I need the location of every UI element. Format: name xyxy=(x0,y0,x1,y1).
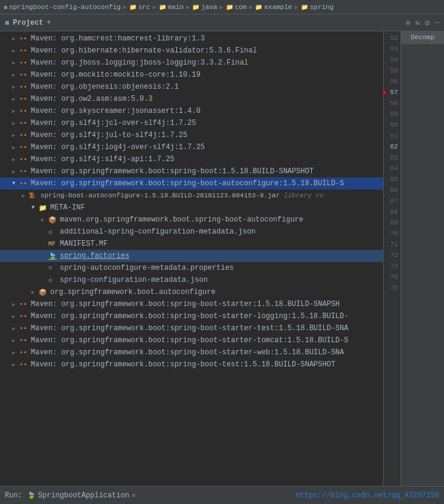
breadcrumb-project[interactable]: ◼ springboot-config-autoconfig xyxy=(4,4,121,11)
run-close-icon[interactable]: ✕ xyxy=(132,491,136,499)
tree-arrow-expanded: ▼ xyxy=(12,180,19,187)
breadcrumb-src[interactable]: 📁 src xyxy=(129,4,150,11)
tree-arrow: ▶ xyxy=(12,156,19,163)
tree-item-jar[interactable]: ▶ 🗜 spring-boot-autoconfigure-1.5.18.BUI… xyxy=(0,190,383,202)
right-panel: Decomp xyxy=(401,31,444,486)
tree-label: Maven: org.mockito:mockito-core:1.10.19 xyxy=(31,71,201,79)
tree-item-jul[interactable]: ▶ ▪▪ Maven: org.slf4j:jul-to-slf4j:1.7.2… xyxy=(0,129,383,141)
tree-arrow: ▶ xyxy=(12,362,19,368)
tree-item-configuration-metadata[interactable]: ▶ ⚙ spring-configuration-metadata.json xyxy=(0,274,383,286)
maven-icon: ▪▪ xyxy=(19,349,29,356)
breadcrumb-spring[interactable]: 📁 spring xyxy=(301,4,334,11)
collapse-all-icon[interactable]: ⇆ xyxy=(416,18,420,28)
line-num: 66 xyxy=(384,185,398,196)
tree-arrow: ▶ xyxy=(12,313,19,320)
line-num: 61 xyxy=(384,130,398,141)
tree-arrow: ▶ xyxy=(12,96,19,103)
run-app[interactable]: 🍃 SpringbootApplication ✕ xyxy=(27,491,136,500)
tree-item-hamcrest[interactable]: ▶ ▪▪ Maven: org.hamcrest:hamcrest-librar… xyxy=(0,33,383,45)
line-num: 69 xyxy=(384,217,398,228)
tree-label: spring-autoconfigure-metadata.properties xyxy=(60,264,234,272)
tree-item-log4j[interactable]: ▶ ▪▪ Maven: org.slf4j:log4j-over-slf4j:1… xyxy=(0,141,383,153)
run-app-icon: 🍃 xyxy=(27,491,36,499)
breadcrumb-com-label: com xyxy=(235,4,247,11)
tree-item-additional-json[interactable]: ▶ ⚙ additional-spring-configuration-meta… xyxy=(0,226,383,238)
tree-arrow: ▶ xyxy=(12,48,19,54)
maven-icon: ▪▪ xyxy=(19,301,29,308)
settings-icon[interactable]: ⚙ xyxy=(425,18,430,28)
line-num: 63 xyxy=(384,152,398,163)
breadcrumb-main[interactable]: 📁 main xyxy=(159,4,184,11)
tree-item-mockito[interactable]: ▶ ▪▪ Maven: org.mockito:mockito-core:1.1… xyxy=(0,69,383,81)
tree-item-starter[interactable]: ▶ ▪▪ Maven: org.springframework.boot:spr… xyxy=(0,298,383,310)
tree-arrow: ▶ xyxy=(12,337,19,344)
tree-label: Maven: org.springframework.boot:spring-b… xyxy=(31,360,335,369)
tree-item-spring-boot-test[interactable]: ▶ ▪▪ Maven: org.springframework.boot:spr… xyxy=(0,359,383,371)
breadcrumb-src-label: src xyxy=(138,4,150,11)
folder-icon: 📁 xyxy=(301,4,308,11)
tree-item-spring-boot[interactable]: ▶ ▪▪ Maven: org.springframework.boot:spr… xyxy=(0,165,383,177)
decomp-tab[interactable]: Decomp xyxy=(401,31,444,44)
run-bar: Run: 🍃 SpringbootApplication ✕ https://b… xyxy=(0,486,444,504)
folder-icon: 📁 xyxy=(192,4,199,11)
tree-label: Maven: org.slf4j:jul-to-slf4j:1.7.25 xyxy=(31,131,187,139)
breadcrumb-example[interactable]: 📁 example xyxy=(255,4,292,11)
tree-label: Maven: org.springframework.boot:spring-b… xyxy=(31,312,349,321)
locate-icon[interactable]: ⊕ xyxy=(406,18,411,28)
tree-item-meta-inf[interactable]: ▼ 📁 META-INF xyxy=(0,202,383,214)
tree-label: additional-spring-configuration-metadata… xyxy=(60,228,256,236)
tree-item-slf4j[interactable]: ▶ ▪▪ Maven: org.slf4j:slf4j-api:1.7.25 xyxy=(0,153,383,165)
line-num: 68 xyxy=(384,206,398,217)
tree-item-maven-pkg[interactable]: ▶ 📦 maven.org.springframework.boot.sprin… xyxy=(0,214,383,226)
decomp-label: Decomp xyxy=(411,34,435,41)
tree-item-jcl[interactable]: ▶ ▪▪ Maven: org.slf4j:jcl-over-slf4j:1.7… xyxy=(0,117,383,129)
line-num: 72 xyxy=(384,250,398,261)
tree-item-hibernate[interactable]: ▶ ▪▪ Maven: org.hibernate:hibernate-vali… xyxy=(0,45,383,57)
tree-item-manifest[interactable]: ▶ MF MANIFEST.MF xyxy=(0,238,383,250)
breadcrumb-example-label: example xyxy=(264,4,292,11)
breadcrumb-java[interactable]: 📁 java xyxy=(192,4,217,11)
tree-item-spring-boot-autoconfig[interactable]: ▼ ▪▪ Maven: org.springframework.boot:spr… xyxy=(0,177,383,190)
line-num: 71 xyxy=(384,239,398,250)
main-layout: ▶ ▪▪ Maven: org.hamcrest:hamcrest-librar… xyxy=(0,31,444,486)
maven-icon: ▪▪ xyxy=(19,337,29,344)
tree-item-starter-test[interactable]: ▶ ▪▪ Maven: org.springframework.boot:spr… xyxy=(0,322,383,334)
tree-label: Maven: org.slf4j:slf4j-api:1.7.25 xyxy=(31,155,175,164)
tree-arrow: ▶ xyxy=(12,144,19,151)
tree-item-objenesis[interactable]: ▶ ▪▪ Maven: org.objenesis:objenesis:2.1 xyxy=(0,81,383,93)
run-app-name: SpringbootApplication xyxy=(38,491,129,500)
breadcrumb-com[interactable]: 📁 com xyxy=(226,4,247,11)
maven-icon: ▪▪ xyxy=(19,132,29,139)
tree-item-spring-factories[interactable]: ▶ 🍃 spring.factories xyxy=(0,250,383,262)
tree-item-jboss[interactable]: ▶ ▪▪ Maven: org.jboss.logging:jboss-logg… xyxy=(0,57,383,69)
tree-arrow: ▶ xyxy=(12,132,19,139)
tree-label: Maven: org.hibernate:hibernate-validator… xyxy=(31,46,257,55)
tree-item-jsonassert[interactable]: ▶ ▪▪ Maven: org.skyscreamer:jsonassert:1… xyxy=(0,105,383,117)
run-url[interactable]: https://blog.csdn.net/qq_43207259 xyxy=(295,491,439,500)
maven-icon: ▪▪ xyxy=(19,180,29,187)
tree-item-asm[interactable]: ▶ ▪▪ Maven: org.ow2.asm:asm:5.0.3 xyxy=(0,93,383,105)
maven-icon: ▪▪ xyxy=(19,83,29,91)
tree-item-autoconfigure-metadata[interactable]: ▶ ≡ spring-autoconfigure-metadata.proper… xyxy=(0,262,383,274)
line-num: 54 xyxy=(384,54,398,65)
tree-item-starter-logging[interactable]: ▶ ▪▪ Maven: org.springframework.boot:spr… xyxy=(0,310,383,322)
folder-icon: 📁 xyxy=(159,4,166,11)
maven-icon: ▪▪ xyxy=(19,156,29,163)
tree-arrow: ▶ xyxy=(12,120,19,127)
minimize-icon[interactable]: — xyxy=(434,18,439,27)
tree-item-autoconfigure-pkg[interactable]: ▶ 📦 org.springframework.boot.autoconfigu… xyxy=(0,286,383,298)
folder-icon: 📁 xyxy=(129,4,137,11)
breadcrumb-java-label: java xyxy=(201,4,217,11)
package-icon: 📦 xyxy=(39,289,48,296)
tree-arrow: ▶ xyxy=(12,36,19,42)
tree-arrow: ▶ xyxy=(12,84,19,91)
tree-item-starter-web[interactable]: ▶ ▪▪ Maven: org.springframework.boot:spr… xyxy=(0,346,383,359)
file-tree[interactable]: ▶ ▪▪ Maven: org.hamcrest:hamcrest-librar… xyxy=(0,31,383,486)
line-num: 60 xyxy=(384,120,398,130)
tree-item-starter-tomcat[interactable]: ▶ ▪▪ Maven: org.springframework.boot:spr… xyxy=(0,334,383,346)
dropdown-arrow[interactable]: ▼ xyxy=(47,19,51,26)
maven-icon: ▪▪ xyxy=(19,361,29,368)
tree-arrow: ▶ xyxy=(12,325,19,332)
line-num-active: 57 xyxy=(384,87,398,98)
maven-icon: ▪▪ xyxy=(19,71,29,78)
